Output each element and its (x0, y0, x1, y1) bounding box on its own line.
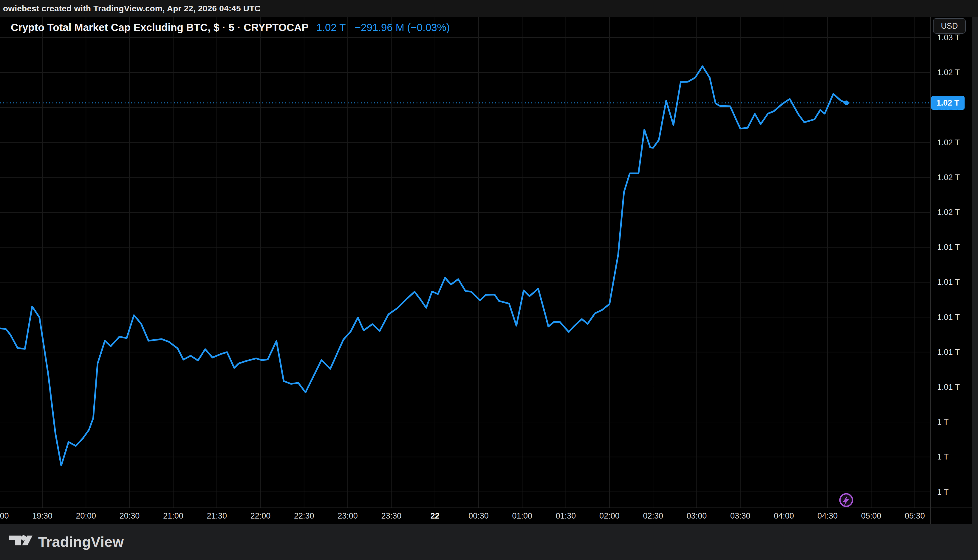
footer-bar: TradingView (0, 524, 978, 560)
time-tick-label: 22:00 (243, 508, 278, 524)
price-tick-label: 1.03 T (937, 33, 960, 42)
time-tick-label: 05:00 (853, 508, 889, 524)
tradingview-logo[interactable]: TradingView (9, 534, 124, 550)
time-tick-label: 00:30 (461, 508, 496, 524)
time-tick-label: 21:30 (199, 508, 235, 524)
chart-legend-row: Crypto Total Market Cap Excluding BTC, $… (11, 22, 450, 33)
time-tick-label: 23:30 (373, 508, 409, 524)
price-change-value: −291.96 M (−0.03%) (355, 22, 450, 33)
tradingview-logo-text: TradingView (38, 534, 124, 550)
price-tick-label: 1.02 T (937, 208, 960, 217)
price-axis[interactable]: USD 1.03 T1.02 T1.02 T1.02 T1.02 T1.02 T… (931, 17, 972, 524)
chart-surface[interactable] (0, 17, 930, 508)
time-tick-label: 03:30 (723, 508, 758, 524)
price-tick-label: 1.01 T (937, 278, 960, 287)
time-tick-label: 22:30 (286, 508, 322, 524)
time-tick-label: 19:00 (0, 508, 17, 524)
right-margin-strip (972, 17, 978, 524)
price-line-series (0, 66, 846, 465)
time-tick-label: 03:00 (679, 508, 715, 524)
price-tick-label: 1.02 T (937, 68, 960, 77)
price-tick-label: 1.01 T (937, 313, 960, 322)
price-tick-label: 1 T (937, 487, 949, 497)
time-tick-label: 20:00 (68, 508, 104, 524)
price-tick-label: 1.01 T (937, 243, 960, 252)
time-tick-label: 04:30 (810, 508, 845, 524)
time-tick-label: 20:30 (112, 508, 148, 524)
currency-unit-button[interactable]: USD (933, 18, 966, 34)
time-tick-label: 22 (417, 508, 453, 524)
time-tick-label: 02:00 (591, 508, 627, 524)
time-tick-label: 19:30 (25, 508, 60, 524)
lightning-event-marker[interactable] (837, 491, 855, 509)
time-tick-label: 01:00 (504, 508, 540, 524)
price-tick-label: 1.01 T (937, 383, 960, 392)
tradingview-logo-icon (9, 534, 33, 550)
price-tick-label: 1.02 T (937, 173, 960, 182)
attribution-bar: owiebest created with TradingView.com, A… (0, 0, 978, 17)
time-axis[interactable]: 19:0019:3020:0020:3021:0021:3022:0022:30… (0, 508, 972, 524)
last-price-value: 1.02 T (317, 22, 346, 33)
price-tick-label: 1.02 T (937, 138, 960, 147)
price-tick-label: 1.01 T (937, 347, 960, 357)
time-tick-label: 21:00 (155, 508, 191, 524)
price-tick-label: 1 T (937, 452, 949, 462)
tradingview-snapshot: owiebest created with TradingView.com, A… (0, 0, 978, 560)
time-tick-label: 23:00 (330, 508, 366, 524)
price-tick-label: 1 T (937, 417, 949, 427)
time-tick-label: 05:30 (897, 508, 933, 524)
current-price-label[interactable]: 1.02 T (931, 96, 965, 110)
time-tick-label: 02:30 (635, 508, 671, 524)
last-point-dot (844, 100, 849, 105)
symbol-title[interactable]: Crypto Total Market Cap Excluding BTC, $… (11, 22, 308, 33)
attribution-text: owiebest created with TradingView.com, A… (3, 0, 261, 17)
time-tick-label: 04:00 (766, 508, 802, 524)
time-tick-label: 01:30 (548, 508, 584, 524)
